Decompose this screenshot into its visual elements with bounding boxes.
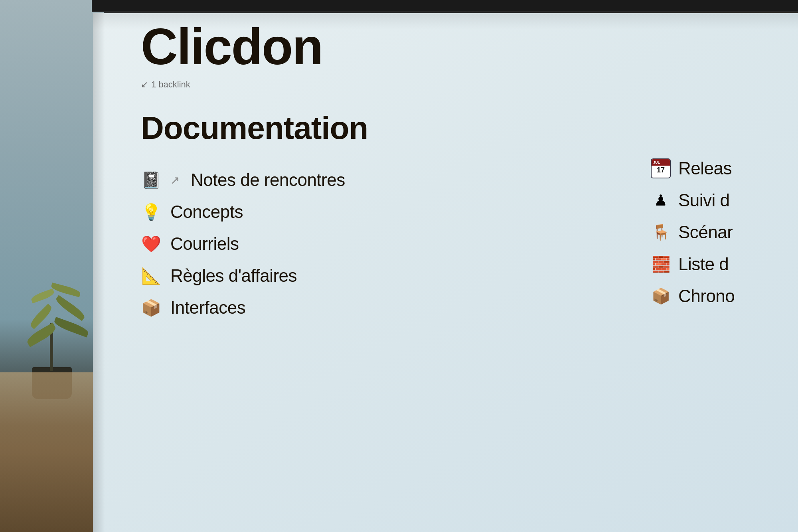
right-item-release[interactable]: JUL 17 Releas	[650, 155, 798, 182]
release-label: Releas	[678, 158, 732, 178]
right-item-scenario[interactable]: 🪑 Scénar	[650, 219, 798, 246]
plant-decoration	[8, 120, 96, 399]
liste-label: Liste d	[678, 254, 729, 274]
right-item-chrono[interactable]: 📦 Chrono	[650, 283, 798, 310]
right-item-liste[interactable]: 🧱 Liste d	[650, 251, 798, 278]
liste-icon: 🧱	[650, 254, 671, 275]
notes-arrow: ↗	[170, 174, 180, 187]
concepts-icon: 💡	[141, 202, 162, 222]
interfaces-icon: 📦	[141, 297, 162, 318]
regles-icon: 📐	[141, 265, 162, 286]
scenario-label: Scénar	[678, 222, 733, 242]
chrono-label: Chrono	[678, 286, 735, 306]
courriels-label: Courriels	[170, 234, 239, 254]
backlink-icon: ↙	[141, 79, 148, 90]
suivi-icon: ♟	[650, 190, 671, 211]
right-column: JUL 17 Releas ♟ Suivi d 🪑 Scénar 🧱 Liste…	[650, 13, 798, 532]
chrono-icon: 📦	[650, 286, 671, 307]
monitor-bezel	[92, 0, 798, 12]
backlink-text: 1 backlink	[151, 79, 190, 90]
notes-icon: 📓	[141, 170, 162, 190]
regles-label: Règles d'affaires	[170, 266, 297, 286]
release-icon: JUL 17	[650, 158, 671, 179]
courriels-icon: ❤️	[141, 233, 162, 254]
suivi-label: Suivi d	[678, 190, 730, 210]
screen: Clicdon ↙ 1 backlink Documentation 📓 ↗ N…	[93, 13, 798, 532]
right-item-suivi[interactable]: ♟ Suivi d	[650, 187, 798, 214]
concepts-label: Concepts	[170, 202, 243, 222]
interfaces-label: Interfaces	[170, 298, 245, 318]
scenario-icon: 🪑	[650, 222, 671, 243]
notes-label: Notes de rencontres	[191, 170, 345, 190]
